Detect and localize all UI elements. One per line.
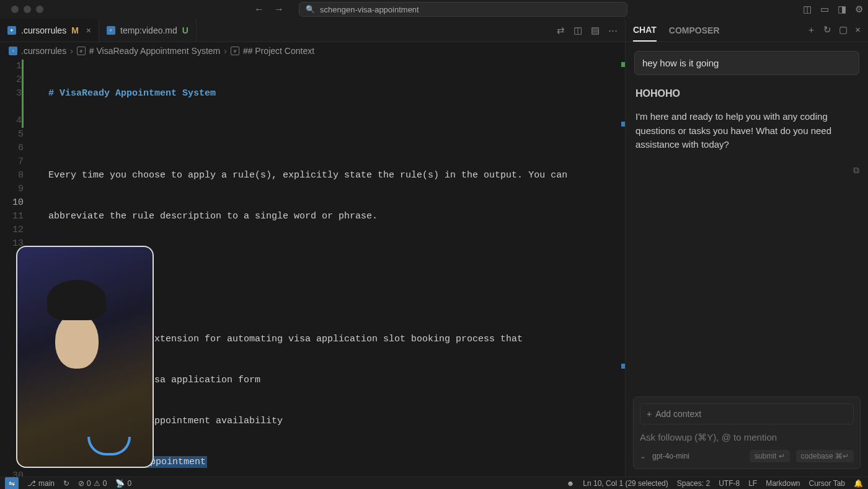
user-message: hey how is it going [634, 51, 859, 75]
chat-input-box: + Add context ⌄ gpt-4o-mini submit ↵ cod… [633, 397, 861, 469]
nav-back-icon[interactable]: ← [254, 4, 264, 15]
ai-greeting: HOHOHO [636, 86, 858, 101]
close-tab-icon[interactable]: × [86, 25, 91, 35]
plus-icon: + [647, 409, 652, 419]
file-icon: ✦ [107, 26, 115, 35]
minimap[interactable] [618, 60, 625, 477]
preview-icon[interactable]: ▤ [591, 25, 600, 36]
ai-message: HOHOHO I'm here and ready to help you wi… [634, 84, 859, 155]
modified-badge: M [71, 25, 79, 35]
breadcrumb-file[interactable]: .cursorrules [21, 46, 66, 56]
encoding[interactable]: UTF-8 [719, 479, 740, 488]
add-context-button[interactable]: + Add context [640, 403, 854, 424]
codebase-button[interactable]: codebase ⌘↵ [796, 450, 854, 462]
titlebar-actions: ◫ ▭ ◨ ⚙ [803, 4, 863, 15]
workspace-name: schengen-visa-appointment [320, 5, 419, 14]
model-selector[interactable]: gpt-4o-mini [652, 452, 689, 460]
dock-icon[interactable]: ▢ [839, 24, 848, 36]
tab-cursorrules[interactable]: ✦ .cursorrules M × [0, 19, 99, 42]
chat-textarea[interactable] [640, 432, 854, 442]
minimize-window[interactable] [24, 6, 31, 13]
git-branch[interactable]: ⎇ main [27, 479, 55, 488]
chevron-right-icon: › [224, 46, 227, 56]
git-sync[interactable]: ↻ [63, 479, 69, 488]
remote-button[interactable]: ⇋ [5, 477, 19, 490]
bell-icon[interactable]: 🔔 [854, 479, 863, 488]
feedback-icon[interactable]: ☻ [567, 479, 575, 488]
file-icon: ✦ [9, 47, 17, 55]
more-icon[interactable]: ⋯ [608, 25, 618, 36]
maximize-window[interactable] [36, 6, 43, 13]
search-icon: 🔍 [306, 5, 315, 14]
compare-icon[interactable]: ⇄ [557, 25, 565, 36]
window-controls [11, 6, 43, 13]
file-icon: ✦ [7, 26, 16, 35]
symbol-heading-icon: # [231, 47, 239, 55]
statusbar: ⇋ ⎇ main ↻ ⊘ 0 ⚠ 0 📡 0 ☻ Ln 10, Col 1 (2… [0, 477, 868, 489]
submit-button[interactable]: submit ↵ [750, 450, 790, 462]
nav-arrows: ← → [254, 4, 284, 15]
nav-forward-icon[interactable]: → [274, 4, 284, 15]
editor-actions: ⇄ ◫ ▤ ⋯ [549, 19, 625, 42]
chat-tabs: CHAT COMPOSER ＋ ↻ ▢ × [626, 19, 868, 42]
symbol-heading-icon: # [77, 47, 86, 55]
close-panel-icon[interactable]: × [855, 24, 861, 36]
breadcrumb-section[interactable]: # VisaReady Appointment System [89, 46, 220, 56]
chat-tab-chat[interactable]: CHAT [633, 19, 657, 42]
problems-errors[interactable]: ⊘ 0 ⚠ 0 [78, 479, 107, 488]
layout-secondary-icon[interactable]: ◨ [838, 4, 846, 15]
chevron-right-icon: › [70, 46, 73, 56]
layout-primary-icon[interactable]: ◫ [803, 4, 812, 15]
cursor-position[interactable]: Ln 10, Col 1 (29 selected) [583, 479, 668, 488]
editor-tabs: ✦ .cursorrules M × ✦ temp:video.md U ⇄ ◫… [0, 19, 625, 42]
webcam-overlay[interactable] [16, 246, 154, 468]
command-center[interactable]: 🔍 schengen-visa-appointment [299, 2, 627, 17]
settings-gear-icon[interactable]: ⚙ [855, 4, 863, 15]
new-chat-icon[interactable]: ＋ [807, 24, 816, 36]
cursor-tab[interactable]: Cursor Tab [809, 479, 845, 488]
chevron-down-icon[interactable]: ⌄ [640, 452, 646, 460]
close-window[interactable] [11, 6, 19, 13]
titlebar: ← → 🔍 schengen-visa-appointment ◫ ▭ ◨ ⚙ [0, 0, 868, 19]
port-forward[interactable]: 📡 0 [115, 479, 131, 488]
layout-panel-icon[interactable]: ▭ [820, 4, 829, 15]
ai-body: I'm here and ready to help you with any … [636, 110, 858, 152]
chat-panel: CHAT COMPOSER ＋ ↻ ▢ × hey how is it goin… [625, 19, 868, 477]
tab-label: temp:video.md [120, 25, 177, 35]
tab-label: .cursorrules [21, 25, 66, 35]
chat-input-area: + Add context ⌄ gpt-4o-mini submit ↵ cod… [626, 389, 868, 477]
indentation[interactable]: Spaces: 2 [677, 479, 710, 488]
copy-icon[interactable]: ⧉ [853, 165, 859, 176]
breadcrumb-subsection[interactable]: ## Project Context [243, 46, 314, 56]
untracked-badge: U [182, 25, 188, 35]
chat-thread: hey how is it going HOHOHO I'm here and … [626, 42, 868, 389]
eol[interactable]: LF [748, 479, 757, 488]
split-right-icon[interactable]: ◫ [574, 25, 582, 36]
history-icon[interactable]: ↻ [823, 24, 831, 36]
chat-tab-composer[interactable]: COMPOSER [669, 20, 720, 41]
microphone-indicator [87, 437, 131, 455]
language-mode[interactable]: Markdown [766, 479, 800, 488]
tab-temp-video[interactable]: ✦ temp:video.md U [99, 19, 197, 42]
breadcrumbs[interactable]: ✦ .cursorrules › # # VisaReady Appointme… [0, 42, 625, 60]
